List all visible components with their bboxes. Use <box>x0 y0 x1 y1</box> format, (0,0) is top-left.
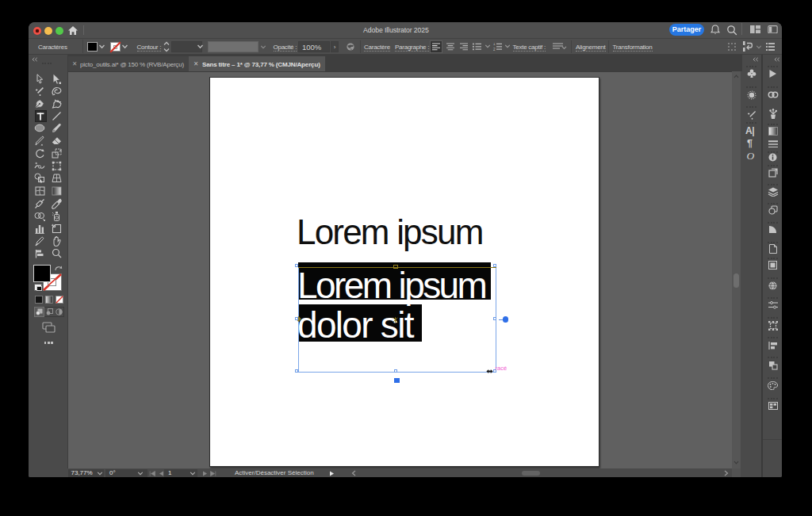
svg-text:2: 2 <box>493 48 496 51</box>
svg-text:1: 1 <box>493 43 496 46</box>
